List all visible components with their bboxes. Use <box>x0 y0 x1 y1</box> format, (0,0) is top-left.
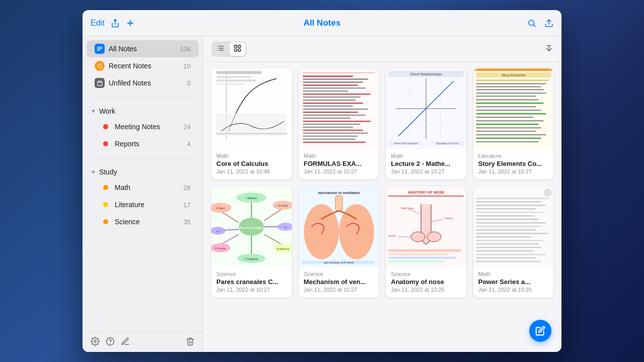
sidebar-item-all-notes[interactable]: All Notes 108 <box>87 40 199 57</box>
note-card-3[interactable]: Story Elements <box>473 68 554 179</box>
sidebar-footer <box>83 332 203 352</box>
pen-button[interactable] <box>121 337 130 348</box>
note-card-7[interactable]: Math Power Series a... Jan 11, 2022 at 1… <box>473 187 554 298</box>
sort-button[interactable] <box>544 44 553 55</box>
svg-rect-8 <box>97 50 100 51</box>
sidebar-item-unfiled-notes[interactable]: Unfiled Notes 0 <box>87 74 199 92</box>
sidebar-item-science[interactable]: Science 35 <box>87 213 199 230</box>
edit-button[interactable]: Edit <box>91 19 105 28</box>
sidebar-group-study[interactable]: ▼ Study <box>83 165 203 179</box>
note-date-1: Jan 11, 2022 at 10:27 <box>304 168 374 174</box>
page-title: All Notes <box>303 18 341 28</box>
note-info-2: Math Lecture 2 - Mathe... Jan 11, 2022 a… <box>386 149 466 179</box>
svg-rect-91 <box>475 127 541 128</box>
svg-rect-147 <box>475 198 548 199</box>
svg-text:Equation of a Line: Equation of a Line <box>437 142 459 145</box>
meeting-notes-dot-icon <box>101 122 111 132</box>
add-button[interactable] <box>126 19 135 28</box>
sidebar-item-recent-notes[interactable]: Recent Notes 10 <box>87 57 199 74</box>
note-card-0[interactable]: Math Core of Calculus Jan 11, 2022 at 10… <box>211 68 292 179</box>
svg-rect-51 <box>302 118 350 119</box>
svg-rect-153 <box>475 219 538 220</box>
note-card-5[interactable]: mechanism of ventilation <box>299 187 379 298</box>
svg-rect-59 <box>302 142 365 143</box>
note-card-1[interactable]: Math FORMULAS EXA... Jan 11, 2022 at 10:… <box>299 68 379 179</box>
svg-text:VIII Vestib.: VIII Vestib. <box>278 205 288 207</box>
svg-rect-125 <box>335 196 342 211</box>
svg-rect-87 <box>475 113 546 114</box>
svg-rect-53 <box>302 124 360 125</box>
list-view-button[interactable] <box>212 42 228 56</box>
svg-text:VII: VII <box>284 226 287 229</box>
sidebar-section-work: ▼ Work Meeting Notes 24 Reports 4 <box>83 100 203 156</box>
svg-rect-22 <box>234 49 237 51</box>
note-thumbnail-4: Pares Craneales I Olfatorio II Óptico <box>211 187 292 267</box>
sidebar-item-meeting-notes[interactable]: Meeting Notes 24 <box>87 118 199 135</box>
svg-rect-86 <box>475 110 541 111</box>
svg-rect-20 <box>234 45 237 48</box>
trash-button[interactable] <box>186 337 195 348</box>
note-card-2[interactable]: Direct Relationships <box>386 68 466 179</box>
note-card-6[interactable]: ANATOMY OF NOSE Nasal bone Septum <box>386 187 466 298</box>
svg-rect-36 <box>302 72 375 73</box>
help-button[interactable] <box>106 337 115 348</box>
note-category-6: Science <box>391 271 461 277</box>
svg-rect-44 <box>302 97 360 98</box>
sidebar-item-reports[interactable]: Reports 4 <box>87 135 199 152</box>
settings-button[interactable] <box>91 337 100 348</box>
svg-rect-7 <box>97 48 102 49</box>
sidebar-item-math[interactable]: Math 28 <box>87 179 199 196</box>
note-info-7: Math Power Series a... Jan 11, 2022 at 1… <box>473 267 554 298</box>
unfiled-notes-icon <box>95 78 105 88</box>
literature-count: 17 <box>184 201 191 209</box>
note-info-1: Math FORMULAS EXA... Jan 11, 2022 at 10:… <box>299 149 379 179</box>
svg-point-134 <box>427 232 441 242</box>
svg-rect-31 <box>216 71 262 74</box>
grid-view-button[interactable] <box>229 42 246 56</box>
svg-rect-21 <box>238 45 240 48</box>
svg-rect-150 <box>475 208 536 209</box>
reports-label: Reports <box>115 140 183 148</box>
search-button[interactable] <box>527 19 536 28</box>
sidebar-group-work[interactable]: ▼ Work <box>83 104 203 118</box>
svg-rect-149 <box>475 205 546 206</box>
note-title-0: Core of Calculus <box>216 160 287 167</box>
header-right <box>433 19 553 28</box>
svg-rect-158 <box>475 236 531 237</box>
note-date-5: Jan 11, 2022 at 10:27 <box>304 287 374 293</box>
all-notes-count: 108 <box>180 45 191 53</box>
note-category-0: Math <box>216 153 287 159</box>
recent-notes-label: Recent Notes <box>109 62 180 70</box>
compose-fab-button[interactable] <box>529 320 551 342</box>
math-label: Math <box>115 184 180 192</box>
svg-rect-32 <box>216 76 252 78</box>
svg-text:mechanism of ventilation: mechanism of ventilation <box>317 191 360 195</box>
recent-notes-count: 10 <box>184 62 191 70</box>
svg-rect-77 <box>475 79 548 81</box>
svg-rect-34 <box>216 83 247 85</box>
svg-text:ANATOMY OF NOSE: ANATOMY OF NOSE <box>408 190 444 195</box>
study-chevron: ▼ <box>91 169 96 175</box>
note-card-4[interactable]: Pares Craneales I Olfatorio II Óptico <box>211 187 292 298</box>
svg-rect-10 <box>97 82 102 85</box>
science-count: 35 <box>184 218 191 226</box>
sidebar: All Notes 108 Recent Notes 10 <box>83 36 203 352</box>
unfiled-notes-count: 0 <box>187 79 191 87</box>
note-thumbnail-0 <box>211 68 292 149</box>
note-category-3: Literature <box>478 153 549 159</box>
svg-rect-56 <box>302 133 368 134</box>
svg-rect-148 <box>475 201 541 202</box>
header-center: All Notes <box>211 18 433 28</box>
note-category-2: Math <box>391 153 461 159</box>
sidebar-item-literature[interactable]: Literature 17 <box>87 196 199 213</box>
sidebar-section-study: ▼ Study Math 28 Literature 17 <box>83 161 203 234</box>
note-info-3: Literature Story Elements Co... Jan 11, … <box>473 149 554 179</box>
export-button[interactable] <box>544 19 553 28</box>
svg-text:Direct Relationships: Direct Relationships <box>411 72 442 76</box>
share-button[interactable] <box>111 19 120 28</box>
svg-point-12 <box>107 338 114 345</box>
svg-rect-39 <box>302 81 363 82</box>
svg-point-133 <box>411 232 425 242</box>
svg-rect-163 <box>475 254 546 255</box>
svg-rect-74 <box>473 68 554 71</box>
